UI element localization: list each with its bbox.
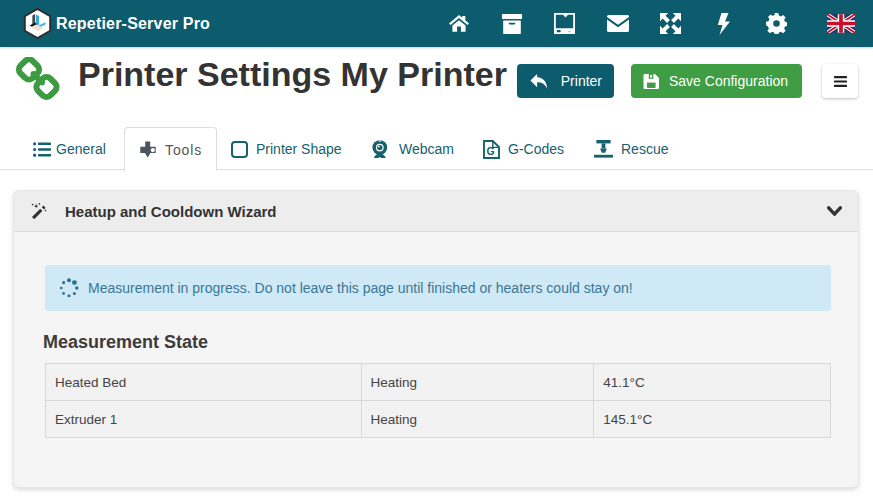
svg-text:G: G [487, 145, 495, 157]
